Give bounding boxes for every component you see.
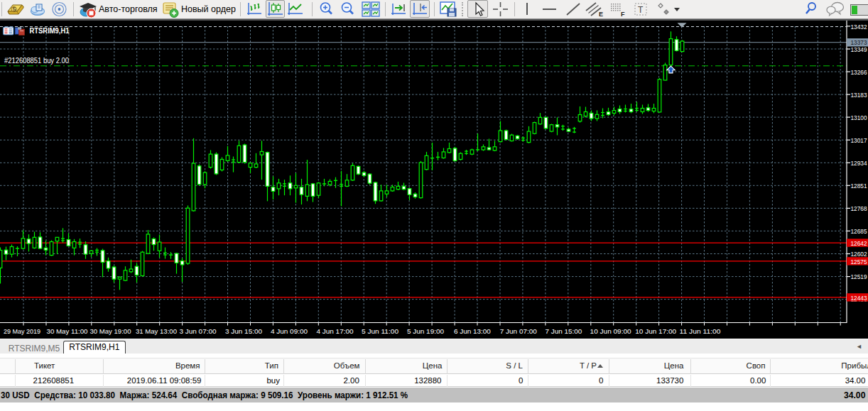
svg-text:12934: 12934 <box>851 158 867 166</box>
svg-text:5: 5 <box>13 6 16 13</box>
svg-text:3 Jun 07:00: 3 Jun 07:00 <box>180 327 217 334</box>
svg-text:12768: 12768 <box>851 204 867 212</box>
svg-text:4 Jun 09:00: 4 Jun 09:00 <box>271 327 308 334</box>
svg-text:RTSRIM9,H1: RTSRIM9,H1 <box>30 26 70 34</box>
svg-text:12851: 12851 <box>851 181 867 189</box>
svg-text:3 Jun 15:00: 3 Jun 15:00 <box>225 327 263 334</box>
svg-text:12443: 12443 <box>851 293 867 301</box>
svg-text:13183: 13183 <box>851 90 867 98</box>
svg-text:E: E <box>599 11 603 18</box>
svg-text:F: F <box>621 11 625 18</box>
svg-text:13373: 13373 <box>851 38 867 46</box>
svg-text:13017: 13017 <box>851 136 867 143</box>
svg-text:#212608851 buy 2.00: #212608851 buy 2.00 <box>4 57 69 65</box>
svg-text:4 Jun 17:00: 4 Jun 17:00 <box>317 327 354 334</box>
svg-text:5 Jun 11:00: 5 Jun 11:00 <box>362 327 399 334</box>
svg-text:10 Jun 09:00: 10 Jun 09:00 <box>590 327 632 334</box>
svg-text:30 May 19:00: 30 May 19:00 <box>90 327 132 334</box>
svg-text:7 Jun 15:00: 7 Jun 15:00 <box>545 327 582 334</box>
svg-text:13100: 13100 <box>851 113 867 121</box>
svg-text:12519: 12519 <box>851 273 867 280</box>
svg-text:5 Jun 19:00: 5 Jun 19:00 <box>407 327 445 334</box>
svg-text:12575: 12575 <box>851 257 867 265</box>
svg-text:12685: 12685 <box>851 227 867 235</box>
svg-text:6 Jun 13:00: 6 Jun 13:00 <box>454 327 492 334</box>
svg-text:31 May 13:00: 31 May 13:00 <box>136 327 178 334</box>
svg-text:30 May 11:00: 30 May 11:00 <box>47 327 89 334</box>
svg-text:13266: 13266 <box>851 67 867 75</box>
svg-text:10 Jun 17:00: 10 Jun 17:00 <box>635 327 677 334</box>
svg-text:29 May 2019: 29 May 2019 <box>4 327 40 334</box>
svg-text:11 Jun 11:00: 11 Jun 11:00 <box>680 327 722 334</box>
svg-text:T: T <box>638 5 644 15</box>
svg-text:7 Jun 07:00: 7 Jun 07:00 <box>500 327 538 334</box>
svg-text:13432: 13432 <box>851 22 867 30</box>
svg-text:12602: 12602 <box>851 250 867 258</box>
svg-text:12642: 12642 <box>851 239 867 246</box>
